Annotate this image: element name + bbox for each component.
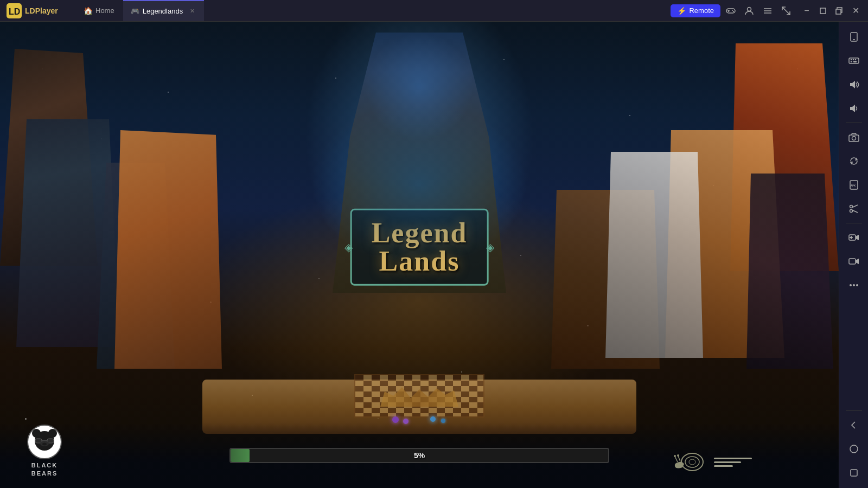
window-controls: − ✕	[799, 3, 864, 19]
svg-point-30	[677, 454, 679, 457]
svg-marker-39	[850, 81, 855, 88]
ldplayer-logo-icon: LD	[7, 3, 22, 18]
svg-rect-14	[836, 9, 841, 14]
svg-point-24	[681, 453, 703, 471]
game-viewport[interactable]: Legend Lands	[0, 22, 839, 488]
svg-point-55	[850, 284, 852, 286]
screenshot-button[interactable]	[843, 198, 865, 220]
close-window-button[interactable]: ✕	[847, 3, 864, 19]
progress-label: 5%	[231, 449, 608, 462]
phone-display-button[interactable]	[843, 26, 865, 48]
game-title-box: Legend Lands	[350, 209, 489, 286]
home-icon: 🏠	[84, 7, 92, 15]
keyboard-icon	[848, 55, 859, 66]
title-bar: LD LDPlayer 🏠 Home 🎮 Legendlands ✕ ⚡ Rem…	[0, 0, 868, 22]
black-bears-logo: BLACK BEARS	[27, 425, 62, 477]
svg-rect-59	[851, 470, 857, 476]
svg-text:APK: APK	[851, 184, 856, 187]
rotate-icon	[848, 156, 859, 166]
snail-line-3	[714, 465, 733, 467]
svg-line-47	[852, 205, 858, 208]
app-logo-area: LD LDPlayer	[0, 3, 76, 18]
tab-home[interactable]: 🏠 Home	[76, 0, 122, 21]
bear-logo-icon	[27, 425, 62, 459]
svg-marker-40	[850, 105, 855, 112]
tab-legendlands-label: Legendlands	[143, 7, 183, 15]
phone-display-icon	[848, 31, 859, 42]
resize-icon-button[interactable]	[778, 3, 794, 19]
hamburger-icon	[763, 6, 773, 16]
account-icon-button[interactable]	[741, 3, 757, 19]
svg-point-58	[850, 445, 858, 453]
keyboard-button[interactable]	[843, 50, 865, 72]
game-tab-icon: 🎮	[131, 7, 139, 16]
svg-rect-12	[820, 8, 826, 14]
account-icon	[744, 6, 754, 16]
game-bottom-overlay: BLACK BEARS 5%	[0, 423, 839, 488]
tab-close-button[interactable]: ✕	[188, 7, 196, 15]
sidebar-divider-2	[846, 223, 862, 223]
svg-point-6	[733, 11, 734, 12]
volume-down-icon	[848, 103, 859, 114]
gamepad-icon-button[interactable]	[723, 3, 739, 19]
minimize-button[interactable]: −	[799, 3, 815, 19]
snail-icon	[671, 447, 709, 477]
snail-brand-lines	[714, 458, 752, 467]
svg-point-25	[685, 457, 699, 467]
tab-legendlands[interactable]: 🎮 Legendlands ✕	[123, 0, 204, 21]
volume-up-button[interactable]	[843, 74, 865, 95]
circle-icon	[849, 444, 859, 454]
publisher-name: BLACK BEARS	[31, 461, 58, 477]
svg-line-27	[675, 457, 678, 462]
svg-rect-53	[849, 259, 856, 264]
snail-logo	[671, 447, 752, 477]
volume-down-button[interactable]	[843, 98, 865, 119]
svg-line-28	[678, 456, 680, 461]
svg-line-48	[852, 210, 858, 213]
android-home-button[interactable]	[843, 438, 865, 460]
svg-point-57	[856, 284, 858, 286]
rotate-button[interactable]	[843, 150, 865, 172]
video-in-icon	[848, 232, 859, 243]
more-options-button[interactable]	[843, 274, 865, 296]
video-out-button[interactable]	[843, 251, 865, 272]
video-record-in-button[interactable]	[843, 227, 865, 248]
svg-point-23	[42, 443, 47, 446]
apk-icon: APK	[848, 179, 859, 190]
svg-point-29	[674, 455, 676, 457]
back-icon	[849, 420, 859, 430]
sidebar-divider-1	[846, 123, 862, 123]
svg-point-56	[853, 284, 855, 286]
loading-progress-bar: 5%	[229, 448, 609, 463]
menu-icon-button[interactable]	[760, 3, 776, 19]
remote-button[interactable]: ⚡ Remote	[671, 4, 720, 17]
titlebar-right-controls: ⚡ Remote	[666, 3, 868, 19]
maximize-button[interactable]	[815, 3, 831, 19]
svg-rect-33	[849, 58, 859, 63]
svg-point-26	[689, 459, 695, 465]
svg-marker-54	[856, 259, 859, 264]
apk-install-button[interactable]: APK	[843, 174, 865, 196]
more-dots-icon	[848, 280, 859, 291]
android-back-button[interactable]	[843, 414, 865, 436]
android-recents-button[interactable]	[843, 462, 865, 484]
tab-home-label: Home	[95, 7, 114, 15]
game-splash-background: Legend Lands	[0, 22, 839, 488]
game-logo: Legend Lands	[350, 209, 489, 286]
right-sidebar: APK	[839, 22, 868, 488]
camera-button[interactable]	[843, 126, 865, 148]
tabs-container: 🏠 Home 🎮 Legendlands ✕	[76, 0, 666, 21]
scissors-icon	[848, 203, 859, 214]
svg-point-46	[850, 210, 852, 213]
gamepad-icon	[726, 6, 736, 16]
lightning-icon: ⚡	[677, 7, 686, 15]
video-out-icon	[848, 256, 859, 267]
restore-button[interactable]	[831, 3, 847, 19]
volume-up-icon	[848, 79, 859, 90]
svg-text:LD: LD	[9, 7, 20, 16]
svg-point-17	[48, 429, 57, 438]
svg-point-7	[748, 7, 751, 11]
snail-line-2	[714, 461, 741, 463]
maximize-icon	[820, 8, 826, 14]
game-title: Legend Lands	[372, 219, 468, 275]
